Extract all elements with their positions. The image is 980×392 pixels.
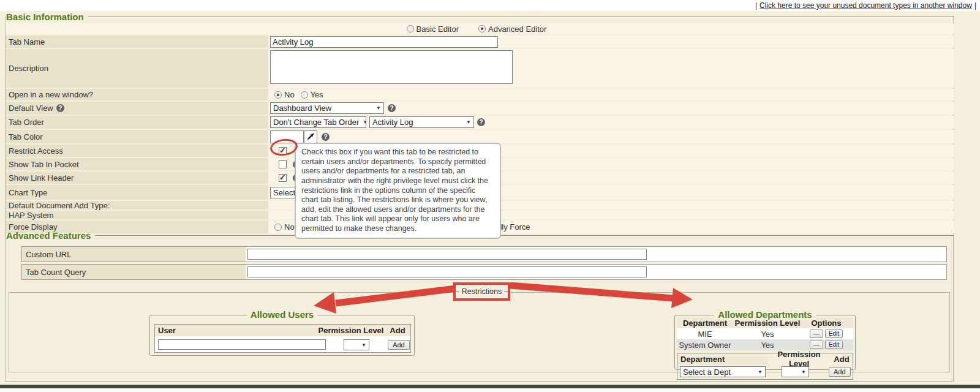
hap-system-label: HAP System: [6, 211, 268, 219]
restrictions-callout: Restrictions: [453, 282, 510, 301]
unused-doc-types-link[interactable]: Click here to see your unused document t…: [760, 1, 972, 10]
legend-dash: [456, 292, 459, 292]
department-row-mie: MIE Yes — Edit: [677, 328, 853, 339]
default-view-select[interactable]: Dashboard View ▼: [270, 102, 384, 114]
chevron-down-icon: ▼: [363, 119, 366, 125]
open-new-window-label: Open in a new window?: [6, 89, 268, 100]
default-view-label: Default View: [9, 104, 53, 113]
tab-name-input[interactable]: [270, 36, 498, 48]
chevron-down-icon: ▼: [466, 119, 471, 125]
top-bar: | Click here to see your unused document…: [0, 0, 980, 11]
legend-divider: [95, 235, 954, 236]
add-department-box: Department Permission Level Add Select a…: [677, 353, 853, 380]
chevron-down-icon: ▼: [361, 342, 366, 348]
chart-type-select-value: Select: [273, 188, 295, 197]
restrictions-panel: Allowed Users User Permission Level Add: [9, 292, 950, 372]
department-column-header: Department: [677, 353, 767, 364]
default-view-select-value: Dashboard View: [273, 104, 331, 113]
description-row: Description: [6, 49, 954, 88]
open-window-no-radio[interactable]: [274, 91, 282, 99]
custom-url-row: Custom URL: [21, 246, 947, 262]
default-view-value-help-icon[interactable]: ?: [388, 104, 396, 112]
description-textarea[interactable]: [270, 50, 513, 84]
pipe-right: |: [974, 1, 976, 10]
restrict-access-label: Restrict Access: [6, 145, 268, 157]
remove-department-button[interactable]: —: [810, 341, 823, 349]
user-column-header: User: [155, 326, 317, 335]
default-doc-add-type-label: Default Document Add Type:: [6, 201, 268, 209]
allowed-users-legend: Allowed Users: [150, 309, 414, 320]
tab-order-target-value: Activity Log: [372, 118, 413, 127]
department-select-value: Select a Dept: [683, 368, 731, 377]
allowed-users-fieldset: Allowed Users User Permission Level Add: [149, 315, 415, 356]
department-permission-select[interactable]: ▼: [782, 366, 809, 377]
permission-column-header: Permission Level: [767, 350, 831, 368]
remove-department-button[interactable]: —: [810, 330, 823, 338]
restrict-access-tooltip: Check this box if you want this tab to b…: [295, 143, 501, 239]
show-tab-in-pocket-checkbox[interactable]: ✓: [279, 160, 287, 168]
department-permission: Yes: [733, 341, 802, 350]
user-input[interactable]: [158, 339, 326, 350]
open-window-yes-radio[interactable]: [301, 91, 308, 99]
tab-color-help-icon[interactable]: ?: [322, 133, 330, 141]
chevron-down-icon: ▼: [801, 369, 806, 375]
default-view-help-icon[interactable]: ?: [56, 104, 64, 112]
basic-information-title: Basic Information: [6, 12, 84, 22]
add-department-button[interactable]: Add: [829, 367, 851, 377]
editor-toggle-row: Basic Editor Advanced Editor: [6, 23, 954, 34]
user-permission-select[interactable]: ▼: [344, 339, 369, 350]
eyedropper-icon: [306, 132, 315, 141]
edit-department-button[interactable]: Edit: [825, 341, 843, 349]
tab-count-query-input[interactable]: [247, 266, 647, 277]
checkmark-icon: ✓: [279, 173, 286, 182]
permission-column-header: Permission Level: [317, 326, 385, 335]
tab-name-label: Tab Name: [6, 36, 268, 48]
default-view-row: Default View ? Dashboard View ▼ ?: [6, 102, 954, 115]
tab-order-target-select[interactable]: Activity Log ▼: [369, 116, 474, 128]
description-label: Description: [6, 49, 268, 88]
tab-order-row: Tab Order Don't Change Tab Order ▼ Activ…: [6, 116, 954, 129]
basic-editor-radio[interactable]: [407, 25, 414, 32]
pipe-left: |: [755, 1, 757, 10]
department-name: MIE: [677, 330, 733, 339]
department-select[interactable]: Select a Dept ▼: [680, 366, 766, 377]
eyedropper-button[interactable]: [304, 130, 317, 143]
bottom-edge-bar: [0, 385, 980, 388]
add-column-header: Add: [831, 355, 853, 364]
allowed-departments-legend: Allowed Departments: [675, 309, 855, 320]
tab-order-mode-select[interactable]: Don't Change Tab Order ▼: [270, 116, 366, 128]
department-permission: Yes: [733, 330, 802, 339]
force-display-no-radio[interactable]: [274, 224, 282, 231]
legend-divider: [88, 17, 954, 17]
tab-count-query-label: Tab Count Query: [22, 265, 246, 279]
advanced-editor-radio[interactable]: [478, 25, 486, 32]
add-user-button[interactable]: Add: [388, 340, 410, 350]
tab-order-mode-value: Don't Change Tab Order: [273, 118, 359, 127]
open-window-no-label: No: [284, 90, 295, 99]
tab-order-label: Tab Order: [6, 116, 268, 129]
allowed-users-table: User Permission Level Add ▼: [154, 324, 411, 353]
chevron-down-icon: ▼: [376, 105, 381, 111]
tab-color-row: Tab Color ?: [6, 130, 954, 143]
advanced-editor-label: Advanced Editor: [488, 24, 546, 34]
department-row-system-owner: System Owner Yes — Edit: [677, 339, 853, 350]
add-column-header: Add: [385, 326, 410, 335]
add-department-header-row: Department Permission Level Add: [677, 353, 853, 364]
allowed-departments-fieldset: Allowed Departments Department Permissio…: [674, 315, 856, 370]
allowed-users-header-row: User Permission Level Add: [155, 325, 410, 336]
tab-order-help-icon[interactable]: ?: [477, 118, 485, 126]
legend-dash: [504, 292, 508, 292]
custom-url-input[interactable]: [247, 249, 647, 260]
show-link-header-checkbox[interactable]: ✓: [279, 174, 287, 182]
basic-information-legend: Basic Information: [6, 12, 954, 22]
chevron-down-icon: ▼: [758, 369, 763, 375]
tab-color-label: Tab Color: [6, 130, 268, 143]
advanced-editor-option[interactable]: Advanced Editor: [478, 24, 552, 34]
department-name: System Owner: [677, 341, 733, 350]
basic-editor-option[interactable]: Basic Editor: [407, 24, 465, 34]
allowed-users-input-row: ▼ Add: [155, 336, 410, 352]
show-tab-in-pocket-label: Show Tab In Pocket: [6, 158, 268, 170]
custom-url-label: Custom URL: [22, 247, 246, 262]
edit-department-button[interactable]: Edit: [825, 330, 843, 338]
restrictions-label: Restrictions: [462, 287, 502, 296]
